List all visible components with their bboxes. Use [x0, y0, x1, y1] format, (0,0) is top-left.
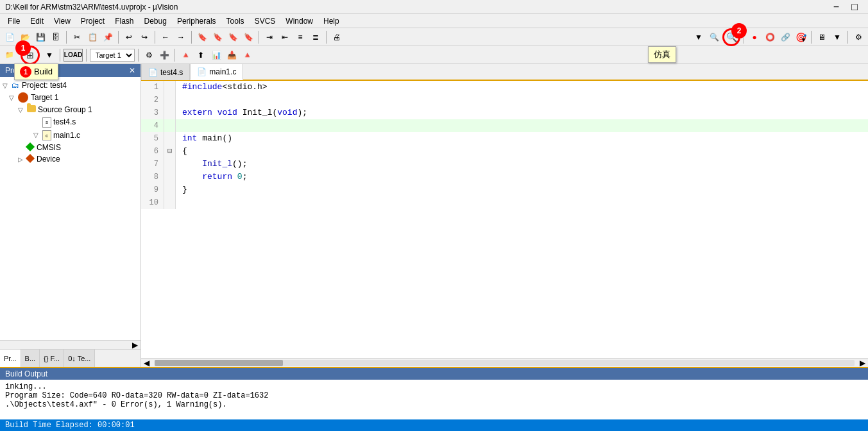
- line-num-9: 9: [141, 183, 164, 196]
- code-tab-test4s[interactable]: 📄 test4.s: [141, 64, 190, 80]
- tb-paste-btn[interactable]: 📌: [101, 30, 115, 44]
- tb-watch-btn[interactable]: 🔗: [778, 30, 792, 44]
- tb-back-btn[interactable]: ←: [158, 30, 173, 44]
- tb-indent4[interactable]: ≣: [309, 30, 323, 44]
- tb-new-btn[interactable]: 📄: [3, 30, 17, 44]
- line-gutter-5: [164, 132, 176, 145]
- tb-bk2[interactable]: 🔖: [210, 30, 225, 44]
- tb-periph-btn[interactable]: 🎯 ▼: [794, 30, 808, 44]
- hscroll-left-btn[interactable]: ◀: [141, 359, 152, 368]
- tree-item-sourcegroup[interactable]: ▽ Source Group 1: [0, 104, 140, 115]
- menu-window[interactable]: Window: [280, 15, 318, 27]
- menu-debug[interactable]: Debug: [139, 15, 172, 27]
- diamond-icon-device: [27, 155, 37, 164]
- sidebar-scroll-right[interactable]: ▶: [0, 340, 140, 349]
- tree-item-project[interactable]: ▽ 🗂 Project: test4: [0, 80, 140, 91]
- tb2-add-btn[interactable]: ➕: [157, 48, 171, 62]
- line-content-2[interactable]: [176, 94, 868, 106]
- line-content-6[interactable]: {: [176, 145, 868, 158]
- tree-item-target1[interactable]: ▽ Target 1: [0, 91, 140, 104]
- tb-bk4[interactable]: 🔖: [241, 30, 255, 44]
- stab-project[interactable]: Pr...: [0, 350, 21, 367]
- code-editor[interactable]: 1 #include<stdio.h> 2 3 extern void Init…: [141, 81, 868, 358]
- line-content-10[interactable]: [176, 196, 868, 209]
- tb-view2-btn[interactable]: ▼: [830, 30, 844, 44]
- menu-edit[interactable]: Edit: [25, 15, 49, 27]
- target-dropdown[interactable]: Target 1: [90, 49, 135, 62]
- line-gutter-6: ⊟: [164, 145, 176, 158]
- tb2-flash2[interactable]: ⬆: [194, 48, 208, 62]
- code-line-2: 2: [141, 94, 868, 106]
- line-content-9[interactable]: }: [176, 183, 868, 196]
- tb2-flash4[interactable]: 📥: [225, 48, 239, 62]
- menu-help[interactable]: Help: [318, 15, 345, 27]
- tb-saveall-btn[interactable]: 🗄: [49, 30, 63, 44]
- tb-gear-btn[interactable]: ⚙: [851, 30, 865, 44]
- tb-view1-btn[interactable]: 🖥: [815, 30, 829, 44]
- tb2-flash5[interactable]: 🔺: [240, 48, 254, 62]
- menu-project[interactable]: Project: [76, 15, 110, 27]
- toolbar-1: 📄 📂 💾 🗄 ✂ 📋 📌 ↩ ↪ ← → 🔖 🔖 🔖 🔖 ⇥ ⇤ ≡ ≣ 🖨 …: [0, 28, 868, 46]
- tb2-manage-btn[interactable]: ⚙: [142, 48, 156, 62]
- minimize-btn[interactable]: −: [828, 1, 844, 12]
- tb-forward-btn[interactable]: →: [174, 30, 188, 44]
- tb-indent3[interactable]: ≡: [293, 30, 307, 44]
- hscroll-right-btn[interactable]: ▶: [857, 359, 868, 368]
- tb-bk3[interactable]: 🔖: [226, 30, 240, 44]
- sidebar-close-btn[interactable]: ✕: [129, 66, 135, 75]
- tb2-btn-load[interactable]: LOAD: [64, 49, 83, 62]
- tree-item-device[interactable]: ▷ Device: [0, 153, 140, 165]
- line-gutter-7: [164, 158, 176, 171]
- tb-dropdown-btn[interactable]: ▼: [692, 30, 706, 44]
- tb-breakpoint2-btn[interactable]: ⭕: [763, 30, 777, 44]
- menu-tools[interactable]: Tools: [221, 15, 250, 27]
- line-content-3[interactable]: extern void Init_l(void);: [176, 106, 868, 119]
- menu-flash[interactable]: Flash: [110, 15, 139, 27]
- menu-view[interactable]: View: [49, 15, 76, 27]
- tree-item-cmsis[interactable]: ▷ CMSIS: [0, 142, 140, 153]
- line-gutter-10: [164, 196, 176, 209]
- stab-templates[interactable]: 0↓ Te...: [64, 350, 95, 367]
- tb-sep6: [326, 31, 327, 44]
- tab-label-test4s: test4.s: [160, 68, 183, 77]
- menu-peripherals[interactable]: Peripherals: [172, 15, 221, 27]
- maximize-btn[interactable]: □: [846, 1, 863, 12]
- tree-item-main1c[interactable]: ▽ c main1.c: [0, 129, 140, 142]
- tb2-flash1[interactable]: 🔺: [178, 48, 192, 62]
- tb-cut-btn[interactable]: ✂: [70, 30, 84, 44]
- hscroll-thumb[interactable]: [155, 360, 283, 366]
- code-hscroll[interactable]: ◀ ▶: [141, 358, 868, 367]
- tb2-newproject[interactable]: 📁: [3, 48, 17, 62]
- project-icon: 🗂: [12, 81, 19, 90]
- menu-svcs[interactable]: SVCS: [250, 15, 281, 27]
- tb-search-btn[interactable]: 🔍: [707, 30, 721, 44]
- tb-print-btn[interactable]: 🖨: [330, 30, 344, 44]
- stab-functions[interactable]: {} F...: [40, 350, 64, 367]
- line-content-8[interactable]: return 0;: [176, 171, 868, 183]
- tb-copy-btn[interactable]: 📋: [85, 30, 99, 44]
- line-content-5[interactable]: int main(): [176, 132, 868, 145]
- stab-books[interactable]: B...: [21, 350, 40, 367]
- code-line-9: 9 }: [141, 183, 868, 196]
- code-tab-main1c[interactable]: 📄 main1.c: [190, 64, 243, 80]
- sidebar-tree: ▽ 🗂 Project: test4 ▽ Target 1 ▽ Source G…: [0, 77, 140, 340]
- tree-item-test4s[interactable]: ▷ s test4.s: [0, 115, 140, 129]
- line-content-1[interactable]: #include<stdio.h>: [176, 81, 868, 94]
- tb-redo-btn[interactable]: ↪: [137, 30, 151, 44]
- tb-bk1[interactable]: 🔖: [195, 30, 209, 44]
- line-gutter-8: [164, 171, 176, 183]
- tb-indent1[interactable]: ⇥: [262, 30, 277, 44]
- line-content-4[interactable]: [176, 119, 868, 132]
- main1c-expand-icon: ▽: [33, 131, 41, 139]
- sidebar: Project ✕ ▽ 🗂 Project: test4 ▽ Target 1: [0, 64, 141, 367]
- tb-breakpoint-btn[interactable]: ●: [747, 30, 762, 44]
- tb-indent2[interactable]: ⇤: [278, 30, 292, 44]
- tb-undo-btn[interactable]: ↩: [122, 30, 136, 44]
- line-content-7[interactable]: Init_l();: [176, 158, 868, 171]
- code-tabs-bar: 📄 test4.s 📄 main1.c: [141, 64, 868, 81]
- tb2-btn-dd[interactable]: ▼: [42, 48, 56, 62]
- tb-save-btn[interactable]: 💾: [33, 30, 47, 44]
- menu-file[interactable]: File: [3, 15, 25, 27]
- line-gutter-2: [164, 94, 176, 106]
- tb2-flash3[interactable]: 📊: [209, 48, 223, 62]
